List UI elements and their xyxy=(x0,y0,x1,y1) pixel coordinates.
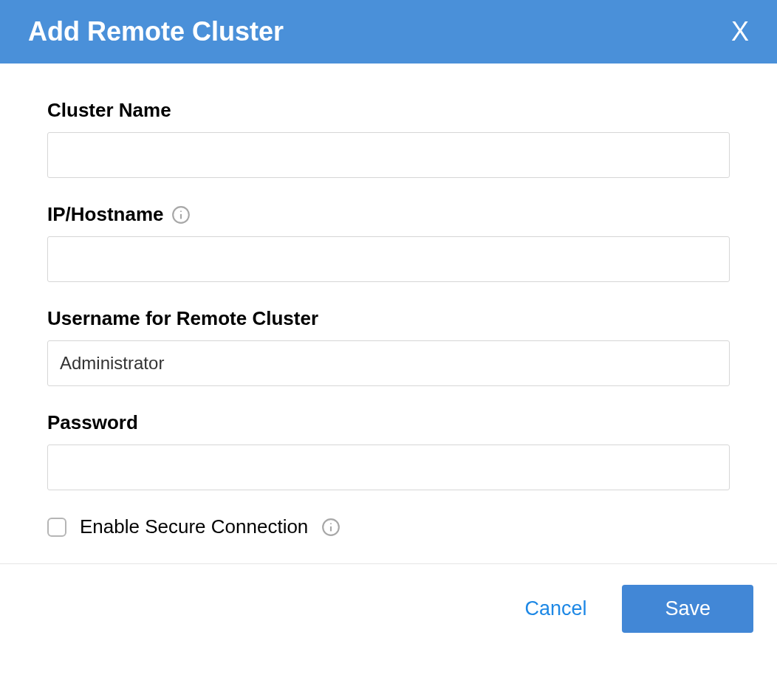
cluster-name-label: Cluster Name xyxy=(47,99,730,122)
add-remote-cluster-dialog: Add Remote Cluster X Cluster Name IP/Hos… xyxy=(0,0,777,653)
ip-hostname-group: IP/Hostname xyxy=(47,203,730,282)
cluster-name-input[interactable] xyxy=(47,132,730,178)
dialog-body: Cluster Name IP/Hostname Username for Re… xyxy=(0,64,777,563)
close-button[interactable]: X xyxy=(731,18,749,45)
username-label: Username for Remote Cluster xyxy=(47,307,730,330)
cancel-button[interactable]: Cancel xyxy=(524,597,586,620)
svg-point-5 xyxy=(330,523,332,524)
secure-connection-label: Enable Secure Connection xyxy=(80,515,308,538)
dialog-header: Add Remote Cluster X xyxy=(0,0,777,64)
dialog-footer: Cancel Save xyxy=(0,563,777,653)
cluster-name-group: Cluster Name xyxy=(47,99,730,178)
username-group: Username for Remote Cluster xyxy=(47,307,730,386)
username-input[interactable] xyxy=(47,340,730,386)
password-label: Password xyxy=(47,411,730,434)
ip-hostname-label: IP/Hostname xyxy=(47,203,164,226)
password-input[interactable] xyxy=(47,445,730,490)
ip-hostname-input[interactable] xyxy=(47,236,730,282)
svg-point-2 xyxy=(180,210,182,212)
save-button[interactable]: Save xyxy=(622,585,753,633)
dialog-title: Add Remote Cluster xyxy=(28,16,284,47)
info-icon[interactable] xyxy=(321,518,340,537)
info-icon[interactable] xyxy=(171,205,191,224)
secure-connection-checkbox[interactable] xyxy=(47,518,66,537)
password-group: Password xyxy=(47,411,730,490)
secure-connection-row: Enable Secure Connection xyxy=(47,515,730,538)
